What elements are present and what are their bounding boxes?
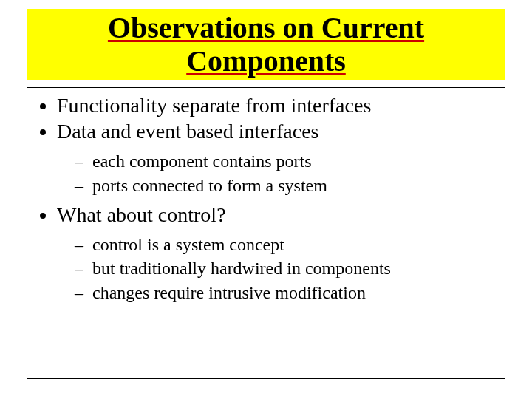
sub-bullet-list: each component contains ports ports conn… [57, 149, 497, 197]
bullet-text: What about control? [57, 203, 226, 226]
bullet-item: What about control? control is a system … [57, 202, 497, 304]
title-bar: Observations on Current Components [27, 9, 505, 80]
sub-bullet-text: control is a system concept [92, 235, 284, 254]
sub-bullet-text: ports connected to form a system [92, 176, 327, 195]
slide-title: Observations on Current Components [108, 11, 424, 78]
slide: Observations on Current Components Funct… [0, 9, 532, 399]
bullet-text: Functionality separate from interfaces [57, 94, 371, 117]
sub-bullet-item: ports connected to form a system [75, 174, 497, 197]
bullet-item: Data and event based interfaces each com… [57, 118, 497, 197]
sub-bullet-text: each component contains ports [92, 151, 312, 171]
sub-bullet-list: control is a system concept but traditio… [57, 233, 497, 304]
bullet-text: Data and event based interfaces [57, 120, 318, 143]
sub-bullet-item: changes require intrusive modification [75, 281, 497, 304]
sub-bullet-item: each component contains ports [75, 149, 497, 173]
sub-bullet-text: but traditionally hardwired in component… [92, 259, 391, 278]
sub-bullet-item: but traditionally hardwired in component… [75, 256, 497, 280]
content-box: Functionality separate from interfaces D… [27, 87, 505, 379]
bullet-item: Functionality separate from interfaces [57, 92, 497, 119]
sub-bullet-item: control is a system concept [75, 233, 497, 256]
bullet-list: Functionality separate from interfaces D… [35, 92, 497, 304]
sub-bullet-text: changes require intrusive modification [92, 283, 366, 302]
